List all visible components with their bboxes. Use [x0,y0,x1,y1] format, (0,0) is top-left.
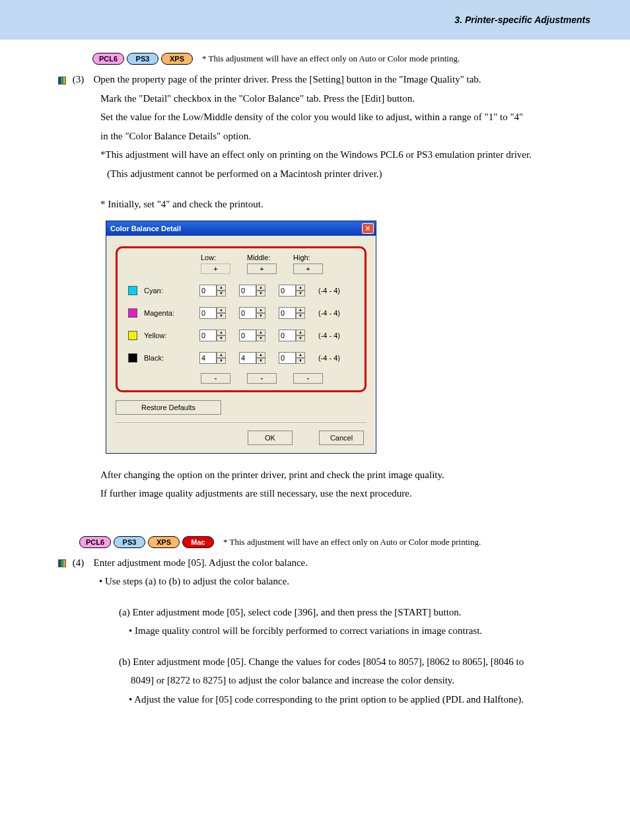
cyan-swatch-icon [128,286,137,295]
pill-xps-2: XPS [148,536,180,548]
pill-row-2: PCL6 PS3 XPS Mac * This adjustment will … [79,536,604,548]
step3-block: (3) Open the property page of the printe… [58,70,604,89]
step4-b2: • Adjust the value for [05] code corresp… [129,690,604,709]
yellow-high-input[interactable]: 0 [279,330,296,341]
pill-ps3-2: PS3 [114,536,145,548]
col-mid: Middle: [247,254,293,262]
black-high-spin[interactable]: 0▲▼ [279,352,305,364]
plus-high-button[interactable]: + [293,263,323,274]
up-arrow-icon[interactable]: ▲ [217,285,226,291]
row-cyan: Cyan: 0▲▼ 0▲▼ 0▲▼ (-4 - 4) [128,285,361,297]
magenta-low-spin[interactable]: 0▲▼ [199,307,226,319]
up-arrow-icon[interactable]: ▲ [296,307,305,313]
step3-l7: * Initially, set "4" and check the print… [100,195,604,214]
black-low-spin[interactable]: 4▲▼ [199,352,226,364]
up-arrow-icon[interactable]: ▲ [296,285,305,291]
down-arrow-icon[interactable]: ▼ [217,358,226,364]
down-arrow-icon[interactable]: ▼ [256,358,265,364]
dialog-titlebar: Color Balance Detail × [106,221,376,236]
pill-mac: Mac [182,536,214,548]
color-balance-dialog: Color Balance Detail × Low: Middle: High… [106,221,376,454]
step3-l5: *This adjustment will have an effect onl… [100,145,604,164]
up-arrow-icon[interactable]: ▲ [217,352,226,358]
down-arrow-icon[interactable]: ▼ [217,313,226,319]
up-arrow-icon[interactable]: ▲ [217,330,226,335]
restore-defaults-button[interactable]: Restore Defaults [116,400,221,415]
down-arrow-icon[interactable]: ▼ [256,335,265,341]
up-arrow-icon[interactable]: ▲ [256,285,265,291]
row-magenta: Magenta: 0▲▼ 0▲▼ 0▲▼ (-4 - 4) [128,307,361,319]
step4-b1b: (b) Enter adjustment mode [05]. Change t… [119,652,604,672]
magenta-range: (-4 - 4) [318,309,340,317]
up-arrow-icon[interactable]: ▲ [217,307,226,313]
yellow-high-spin[interactable]: 0▲▼ [279,330,305,341]
yellow-low-input[interactable]: 0 [199,330,217,341]
section-title: 3. Printer-specific Adjustments [454,15,590,25]
after-l2: If further image quality adjustments are… [100,484,604,503]
magenta-high-spin[interactable]: 0▲▼ [279,307,305,319]
magenta-high-input[interactable]: 0 [279,307,296,319]
plus-row: + + + [201,263,361,274]
step3-l6: (This adjustment cannot be performed on … [100,164,604,184]
yellow-range: (-4 - 4) [318,332,340,339]
down-arrow-icon[interactable]: ▼ [296,335,305,341]
dialog-body: Low: Middle: High: + + + Cyan: 0▲▼ [106,236,376,453]
cyan-high-spin[interactable]: 0▲▼ [279,285,305,297]
step4-a1: (a) Enter adjustment mode [05], select c… [119,603,604,622]
col-high: High: [293,254,333,262]
yellow-mid-spin[interactable]: 0▲▼ [239,330,265,341]
yellow-mid-input[interactable]: 0 [239,330,256,341]
step4-b1: • Use steps (a) to (b) to adjust the col… [99,572,604,591]
down-arrow-icon[interactable]: ▼ [217,291,226,297]
down-arrow-icon[interactable]: ▼ [296,291,305,297]
down-arrow-icon[interactable]: ▼ [256,313,265,319]
cyan-mid-spin[interactable]: 0▲▼ [239,285,265,297]
pill-ps3: PS3 [127,53,158,65]
ok-button[interactable]: OK [248,431,293,445]
cyan-low-input[interactable]: 0 [199,285,217,297]
divider [116,421,367,423]
black-low-input[interactable]: 4 [199,352,217,364]
header-band: 3. Printer-specific Adjustments [0,0,630,40]
minus-low-button[interactable]: - [201,373,230,384]
down-arrow-icon[interactable]: ▼ [256,291,265,297]
cyan-high-input[interactable]: 0 [279,285,296,297]
up-arrow-icon[interactable]: ▲ [256,330,265,335]
down-arrow-icon[interactable]: ▼ [296,358,305,364]
minus-high-button[interactable]: - [293,373,323,384]
magenta-mid-input[interactable]: 0 [239,307,256,319]
plus-mid-button[interactable]: + [247,263,277,274]
black-mid-spin[interactable]: 4▲▼ [239,352,265,364]
up-arrow-icon[interactable]: ▲ [296,352,305,358]
yellow-low-spin[interactable]: 0▲▼ [199,330,226,341]
down-arrow-icon[interactable]: ▼ [296,313,305,319]
step4-num: (4) [73,553,91,573]
after-l1: After changing the option on the printer… [100,466,604,485]
step3-l2: Mark the "Detail" checkbox in the "Color… [100,89,604,108]
magenta-low-input[interactable]: 0 [199,307,217,319]
pill-xps: XPS [161,53,193,65]
effect-note-1: * This adjustment will have an effect on… [202,53,460,64]
step4-b1c: 8049] or [8272 to 8275] to adjust the co… [119,671,604,690]
cyan-label: Cyan: [144,287,199,295]
magenta-swatch-icon [128,308,137,318]
up-arrow-icon[interactable]: ▲ [256,307,265,313]
color-marker-icon [58,559,66,567]
close-icon[interactable]: × [362,223,374,234]
column-headers: Low: Middle: High: [201,254,361,262]
step3-l3: Set the value for the Low/Middle density… [100,108,604,127]
up-arrow-icon[interactable]: ▲ [296,330,305,335]
black-high-input[interactable]: 0 [279,352,296,364]
cyan-mid-input[interactable]: 0 [239,285,256,297]
cancel-button[interactable]: Cancel [319,431,364,445]
plus-low-button[interactable]: + [201,263,230,274]
black-mid-input[interactable]: 4 [239,352,256,364]
step3-l4: in the "Color Balance Details" option. [100,127,604,146]
magenta-mid-spin[interactable]: 0▲▼ [239,307,265,319]
minus-mid-button[interactable]: - [247,373,277,384]
cyan-low-spin[interactable]: 0▲▼ [199,285,226,297]
down-arrow-icon[interactable]: ▼ [217,335,226,341]
yellow-swatch-icon [128,331,137,340]
up-arrow-icon[interactable]: ▲ [256,352,265,358]
yellow-label: Yellow: [144,332,199,339]
